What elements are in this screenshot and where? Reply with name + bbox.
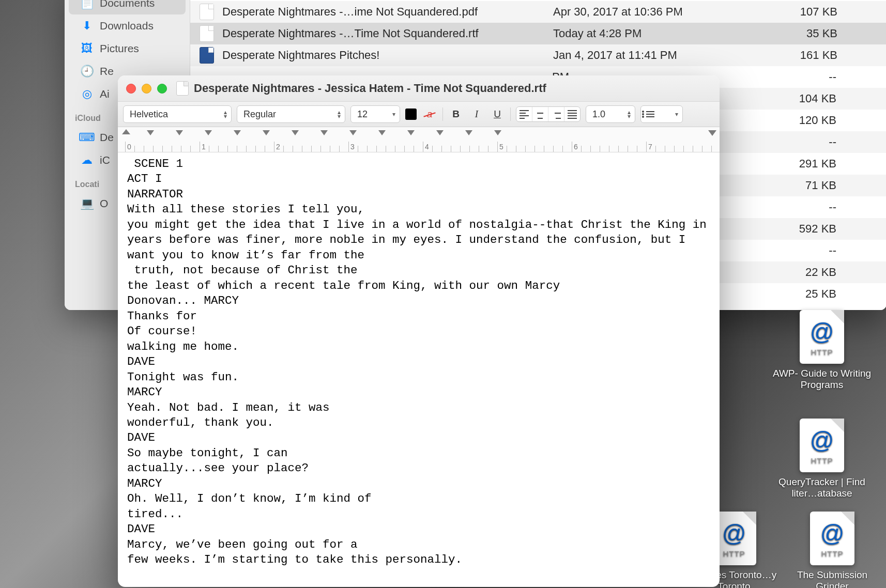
tab-stop-marker[interactable] (292, 130, 299, 135)
airdrop-icon: ◎ (80, 87, 94, 101)
sidebar-item-downloads[interactable]: ⬇︎Downloads (69, 14, 186, 37)
desk-icon: ⌨︎ (80, 131, 94, 144)
webloc-icon: @HTTP (800, 310, 844, 364)
chevron-down-icon: ▾ (392, 112, 395, 116)
chevron-updown-icon: ▴▾ (628, 110, 631, 118)
desktop-webloc[interactable]: @HTTPQueryTracker | Find liter…atabase (770, 419, 874, 499)
file-type-icon (200, 4, 214, 20)
line-spacing-select[interactable]: 1.0 ▴▾ (586, 105, 635, 123)
tab-stop-marker[interactable] (378, 130, 386, 135)
desktop-webloc[interactable]: @HTTPAWP- Guide to Writing Programs (770, 310, 874, 391)
tab-stop-marker[interactable] (263, 130, 270, 135)
document-proxy-icon[interactable] (176, 81, 189, 96)
tab-stop-marker[interactable] (147, 130, 154, 135)
desktop-webloc[interactable]: @HTTPThe Submission Grinder (781, 512, 884, 588)
first-line-indent-marker[interactable] (122, 129, 130, 134)
document-body[interactable]: SCENE 1 ACT I NARRATOR With all these st… (118, 152, 720, 587)
file-type-icon (200, 47, 214, 64)
right-margin-marker[interactable] (708, 130, 716, 136)
clock-icon: 🕘 (80, 65, 94, 78)
tab-stop-marker[interactable] (320, 130, 328, 135)
sidebar-item-documents[interactable]: 📄Documents (69, 0, 186, 14)
tab-stop-marker[interactable] (349, 130, 357, 135)
ruler[interactable]: 01234567 (118, 127, 720, 152)
close-button[interactable] (126, 84, 136, 94)
file-type-icon (200, 25, 214, 42)
list-style-select[interactable]: ▾ (640, 105, 683, 123)
alignment-segment (516, 106, 581, 122)
cloud-icon: ☁︎ (80, 153, 94, 167)
chevron-updown-icon: ▴▾ (224, 110, 227, 118)
chevron-down-icon: ▾ (675, 112, 678, 116)
font-family-select[interactable]: Helvetica ▴▾ (123, 105, 232, 123)
tab-stop-marker[interactable] (436, 130, 444, 135)
webloc-icon: @HTTP (800, 419, 844, 472)
align-right-button[interactable] (548, 107, 564, 121)
sidebar-item-pictures[interactable]: 🖼Pictures (69, 37, 186, 60)
highlight-color-button[interactable]: a (422, 107, 437, 121)
laptop-icon: 💻 (80, 197, 94, 210)
textedit-toolbar: Helvetica ▴▾ Regular ▴▾ 12 ▾ a B I U 1.0… (118, 102, 720, 127)
pic-icon: 🖼 (80, 42, 94, 55)
tab-stop-marker[interactable] (494, 130, 501, 135)
italic-button[interactable]: I (469, 107, 484, 121)
align-left-button[interactable] (516, 107, 532, 121)
bold-button[interactable]: B (448, 107, 464, 121)
align-center-button[interactable] (532, 107, 548, 121)
zoom-button[interactable] (157, 84, 167, 94)
font-style-select[interactable]: Regular ▴▾ (237, 105, 345, 123)
minimize-button[interactable] (142, 84, 151, 94)
list-icon (646, 111, 654, 117)
tab-stop-marker[interactable] (234, 130, 241, 135)
window-title: Desperate Nightmares - Jessica Hatem - T… (194, 82, 546, 95)
webloc-icon: @HTTP (810, 512, 854, 565)
tab-stop-marker[interactable] (465, 130, 472, 135)
tab-stop-marker[interactable] (176, 130, 183, 135)
font-size-select[interactable]: 12 ▾ (350, 105, 400, 123)
text-color-well[interactable] (405, 109, 417, 120)
file-row[interactable]: Desperate Nightmares -…Time Not Squander… (190, 23, 886, 44)
file-row[interactable]: Desperate Nightmares Pitches!Jan 4, 2017… (190, 44, 886, 66)
tab-stop-marker[interactable] (407, 130, 415, 135)
doc-icon: 📄 (80, 0, 94, 10)
down-icon: ⬇︎ (80, 19, 94, 33)
file-row[interactable]: Desperate Nightmares -…ime Not Squandere… (190, 1, 886, 23)
textedit-titlebar[interactable]: Desperate Nightmares - Jessica Hatem - T… (118, 75, 720, 102)
chevron-updown-icon: ▴▾ (338, 110, 341, 118)
underline-button[interactable]: U (490, 107, 505, 121)
align-justify-button[interactable] (564, 107, 580, 121)
tab-stop-marker[interactable] (205, 130, 212, 135)
textedit-window: Desperate Nightmares - Jessica Hatem - T… (118, 75, 720, 587)
